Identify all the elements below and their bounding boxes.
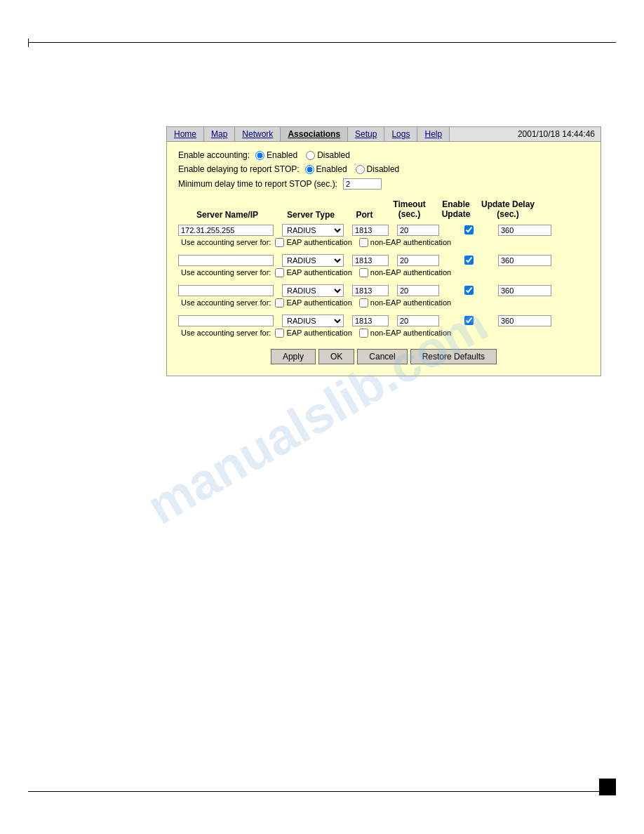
enable-delaying-enabled-label[interactable]: Enabled bbox=[305, 164, 347, 174]
server-row-group-4: RADIUS TACACS+ Use accounting server bbox=[178, 315, 589, 338]
port-input-2[interactable] bbox=[352, 255, 389, 266]
non-eap-auth-checkbox-4[interactable] bbox=[359, 329, 368, 338]
nav-setup[interactable]: Setup bbox=[348, 127, 384, 141]
enable-delaying-radio-group: Enabled Disabled bbox=[305, 164, 400, 174]
non-eap-auth-label-4[interactable]: non-EAP authentication bbox=[359, 329, 451, 338]
eap-auth-checkbox-4[interactable] bbox=[275, 329, 284, 338]
eap-auth-text-4: EAP authentication bbox=[286, 329, 351, 337]
server-name-input-4[interactable] bbox=[178, 315, 274, 326]
eap-auth-checkbox-2[interactable] bbox=[275, 268, 284, 277]
auth-row-4: Use accounting server for: EAP authentic… bbox=[181, 329, 589, 338]
nav-map[interactable]: Map bbox=[204, 127, 235, 141]
use-accounting-label-2: Use accounting server for: bbox=[181, 268, 271, 277]
server-row-group-1: RADIUS TACACS+ Use accounting server bbox=[178, 224, 589, 247]
port-input-3[interactable] bbox=[352, 285, 389, 296]
non-eap-auth-checkbox-2[interactable] bbox=[359, 268, 368, 277]
enable-update-cell-3 bbox=[448, 286, 490, 295]
update-delay-input-1[interactable] bbox=[498, 225, 551, 236]
non-eap-auth-checkbox-3[interactable] bbox=[359, 298, 368, 307]
eap-auth-text-3: EAP authentication bbox=[286, 298, 351, 307]
server-name-input-2[interactable] bbox=[178, 255, 274, 266]
non-eap-auth-label-1[interactable]: non-EAP authentication bbox=[359, 238, 451, 247]
page-border-top bbox=[28, 42, 616, 43]
table-header: Server Name/IP Server Type Port Timeout(… bbox=[178, 199, 589, 221]
update-delay-input-3[interactable] bbox=[498, 285, 551, 296]
server-type-select-3[interactable]: RADIUS TACACS+ bbox=[282, 284, 344, 297]
nav-logs[interactable]: Logs bbox=[384, 127, 417, 141]
server-row-1: RADIUS TACACS+ bbox=[178, 224, 589, 237]
non-eap-auth-text-3: non-EAP authentication bbox=[370, 298, 451, 307]
enable-update-cell-4 bbox=[448, 316, 490, 325]
nav-network[interactable]: Network bbox=[235, 127, 281, 141]
server-row-3: RADIUS TACACS+ bbox=[178, 284, 589, 297]
server-row-group-2: RADIUS TACACS+ Use accounting server bbox=[178, 254, 589, 277]
non-eap-auth-text-2: non-EAP authentication bbox=[370, 268, 451, 277]
enable-delaying-disabled-label[interactable]: Disabled bbox=[356, 164, 400, 174]
ok-button[interactable]: OK bbox=[318, 349, 354, 364]
non-eap-auth-label-2[interactable]: non-EAP authentication bbox=[359, 268, 451, 277]
cancel-button[interactable]: Cancel bbox=[357, 349, 407, 364]
enable-delaying-disabled-text: Disabled bbox=[367, 164, 400, 174]
eap-auth-label-4[interactable]: EAP authentication bbox=[275, 329, 351, 338]
timeout-input-4[interactable] bbox=[397, 315, 439, 326]
server-type-select-1[interactable]: RADIUS TACACS+ bbox=[282, 224, 344, 237]
enable-delaying-disabled-radio[interactable] bbox=[356, 165, 365, 174]
update-delay-input-4[interactable] bbox=[498, 315, 551, 326]
eap-auth-label-2[interactable]: EAP authentication bbox=[275, 268, 351, 277]
enable-accounting-row: Enable accounting: Enabled Disabled bbox=[178, 150, 589, 160]
server-type-select-4[interactable]: RADIUS TACACS+ bbox=[282, 315, 344, 327]
port-input-1[interactable] bbox=[352, 225, 389, 236]
update-delay-input-2[interactable] bbox=[498, 255, 551, 266]
enable-delaying-row: Enable delaying to report STOP: Enabled … bbox=[178, 164, 589, 174]
enable-accounting-disabled-radio[interactable] bbox=[306, 151, 315, 160]
timeout-input-1[interactable] bbox=[397, 225, 439, 236]
enable-delaying-enabled-radio[interactable] bbox=[305, 165, 314, 174]
auth-row-1: Use accounting server for: EAP authentic… bbox=[181, 238, 589, 247]
use-accounting-label-3: Use accounting server for: bbox=[181, 298, 271, 307]
enable-update-checkbox-1[interactable] bbox=[464, 225, 474, 234]
enable-delaying-label: Enable delaying to report STOP: bbox=[178, 164, 300, 174]
nav-home[interactable]: Home bbox=[167, 127, 204, 141]
enable-accounting-label: Enable accounting: bbox=[178, 150, 250, 160]
non-eap-auth-label-3[interactable]: non-EAP authentication bbox=[359, 298, 451, 307]
enable-accounting-disabled-label[interactable]: Disabled bbox=[306, 150, 350, 160]
eap-auth-checkbox-1[interactable] bbox=[275, 238, 284, 247]
enable-accounting-enabled-label[interactable]: Enabled bbox=[255, 150, 297, 160]
header-port: Port bbox=[345, 210, 384, 220]
non-eap-auth-checkbox-1[interactable] bbox=[359, 238, 368, 247]
restore-defaults-button[interactable]: Restore Defaults bbox=[410, 349, 497, 364]
nav-help[interactable]: Help bbox=[417, 127, 450, 141]
server-table: Server Name/IP Server Type Port Timeout(… bbox=[178, 199, 589, 338]
header-enable-update: EnableUpdate bbox=[435, 199, 477, 220]
corner-mark-br bbox=[599, 779, 616, 795]
server-row-4: RADIUS TACACS+ bbox=[178, 315, 589, 327]
nav-associations[interactable]: Associations bbox=[281, 127, 348, 141]
enable-update-cell-2 bbox=[448, 256, 490, 265]
timeout-input-2[interactable] bbox=[397, 255, 439, 266]
corner-mark-tl bbox=[28, 39, 29, 47]
apply-button[interactable]: Apply bbox=[271, 349, 316, 364]
non-eap-auth-text-4: non-EAP authentication bbox=[370, 329, 451, 337]
enable-accounting-enabled-radio[interactable] bbox=[255, 151, 264, 160]
min-delay-row: Minimum delay time to report STOP (sec.)… bbox=[178, 178, 589, 190]
enable-update-cell-1 bbox=[448, 225, 490, 234]
enable-update-checkbox-3[interactable] bbox=[464, 286, 474, 295]
header-timeout: Timeout(sec.) bbox=[387, 199, 432, 220]
navbar: Home Map Network Associations Setup Logs… bbox=[166, 126, 601, 142]
port-input-4[interactable] bbox=[352, 315, 389, 326]
min-delay-input[interactable]: 2 bbox=[343, 178, 382, 190]
eap-auth-checkbox-3[interactable] bbox=[275, 298, 284, 307]
header-server-name: Server Name/IP bbox=[178, 210, 276, 220]
eap-auth-label-1[interactable]: EAP authentication bbox=[275, 238, 351, 247]
eap-auth-text-1: EAP authentication bbox=[286, 238, 351, 246]
server-type-select-2[interactable]: RADIUS TACACS+ bbox=[282, 254, 344, 267]
server-name-input-3[interactable] bbox=[178, 285, 274, 296]
form-area: Enable accounting: Enabled Disabled Enab… bbox=[166, 142, 601, 376]
eap-auth-label-3[interactable]: EAP authentication bbox=[275, 298, 351, 307]
enable-accounting-enabled-text: Enabled bbox=[267, 150, 297, 160]
server-name-input-1[interactable] bbox=[178, 225, 274, 236]
enable-update-checkbox-4[interactable] bbox=[464, 316, 474, 325]
timeout-input-3[interactable] bbox=[397, 285, 439, 296]
min-delay-label: Minimum delay time to report STOP (sec.)… bbox=[178, 179, 337, 189]
enable-update-checkbox-2[interactable] bbox=[464, 256, 474, 265]
